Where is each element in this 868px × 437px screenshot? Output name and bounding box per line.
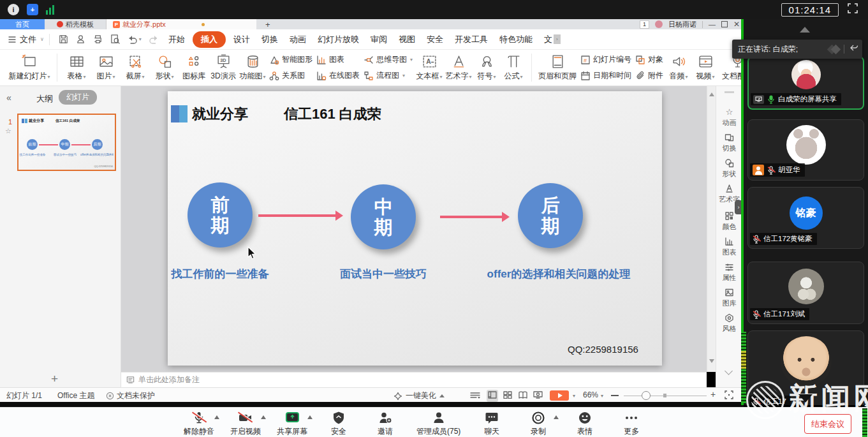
- menu-tab-review[interactable]: 审阅: [365, 31, 393, 48]
- security-button[interactable]: 安全: [323, 408, 354, 437]
- date-time-button[interactable]: 日期和时间: [580, 68, 631, 84]
- undo-icon[interactable]: ▾: [127, 34, 142, 45]
- zoom-level[interactable]: 66%: [583, 390, 598, 399]
- rail-transition[interactable]: 切换: [716, 133, 742, 153]
- menu-tab-design[interactable]: 设计: [228, 31, 256, 48]
- scroll-down-icon[interactable]: [709, 359, 714, 363]
- fit-screen-icon[interactable]: [725, 390, 733, 401]
- save-icon[interactable]: [58, 34, 69, 45]
- more-button[interactable]: 更多: [616, 408, 647, 437]
- menu-overflow-chevron[interactable]: ›: [554, 34, 561, 44]
- rail-handle[interactable]: [725, 91, 734, 93]
- tab-document[interactable]: P 就业分享.pptx: [107, 19, 256, 29]
- view-normal-button[interactable]: [487, 390, 498, 402]
- zoom-in-button[interactable]: +: [710, 389, 716, 399]
- participant-tile[interactable]: 铭豪 信工172黄铭豪: [747, 187, 864, 249]
- menu-tab-truncated[interactable]: 文: [538, 31, 554, 48]
- icon-library-button[interactable]: 图标库: [179, 52, 209, 83]
- add-slide-button[interactable]: +: [51, 372, 58, 386]
- user-avatar[interactable]: [655, 20, 663, 28]
- expand-arrow[interactable]: [554, 415, 559, 419]
- participant-tile[interactable]: 胡亚华: [747, 119, 864, 181]
- play-button[interactable]: [550, 390, 569, 401]
- minimize-button[interactable]: —: [709, 20, 716, 28]
- relation-chart-button[interactable]: 关系图: [269, 68, 313, 84]
- start-video-button[interactable]: 开启视频: [230, 408, 261, 437]
- video-button[interactable]: 视频▾: [692, 52, 719, 83]
- collapse-panel-icon[interactable]: «: [6, 93, 11, 103]
- object-button[interactable]: 对象: [635, 52, 663, 68]
- manage-members-button[interactable]: 管理成员(75): [416, 408, 460, 437]
- flow-chart-button[interactable]: 流程图▾: [364, 68, 413, 84]
- record-button[interactable]: 录制: [523, 408, 554, 437]
- invite-button[interactable]: 邀请: [370, 408, 401, 437]
- end-meeting-button[interactable]: 结束会议: [804, 414, 851, 434]
- print-preview-icon[interactable]: [110, 34, 121, 45]
- menu-tab-home[interactable]: 开始: [163, 31, 191, 48]
- rail-animation[interactable]: ☆动画: [716, 107, 742, 128]
- info-icon[interactable]: i: [8, 4, 19, 15]
- online-chart-button[interactable]: 在线图表: [316, 68, 360, 84]
- expand-arrow[interactable]: [307, 415, 313, 419]
- chat-button[interactable]: 聊天: [476, 408, 507, 437]
- table-button[interactable]: 表格▾: [62, 52, 91, 83]
- user-name[interactable]: 日杨雨诺: [668, 20, 696, 29]
- notes-bar[interactable]: 单击此处添加备注: [121, 372, 707, 387]
- outline-tab[interactable]: 大纲: [36, 93, 53, 105]
- notes-placeholder[interactable]: 单击此处添加备注: [138, 374, 200, 385]
- close-button[interactable]: ✕: [733, 20, 740, 29]
- rail-collapse-icon[interactable]: [725, 367, 733, 375]
- menu-tab-security[interactable]: 安全: [421, 31, 449, 48]
- menu-tab-view[interactable]: 视图: [393, 31, 421, 48]
- slide[interactable]: 就业分享 信工161 白成荣 前期 中期 后期 找工作前的一些准备 面试当中一些…: [168, 91, 662, 366]
- function-chart-button[interactable]: 功能图▾: [238, 52, 267, 83]
- menu-tab-features[interactable]: 特色功能: [494, 31, 538, 48]
- menu-tab-devtools[interactable]: 开发工具: [449, 31, 494, 48]
- word-art-button[interactable]: 艺术字▾: [444, 52, 473, 83]
- print-icon[interactable]: [92, 34, 103, 45]
- header-footer-button[interactable]: 页眉和页脚: [536, 52, 578, 83]
- audio-button[interactable]: 音频▾: [665, 52, 692, 83]
- chart-icon[interactable]: [46, 5, 54, 15]
- zoom-out-button[interactable]: [611, 395, 619, 396]
- play-dropdown[interactable]: ▾: [573, 393, 575, 399]
- tab-docer[interactable]: 稻壳模板: [45, 19, 107, 29]
- menu-tab-animation[interactable]: 动画: [284, 31, 312, 48]
- screenshot-button[interactable]: 截屏▾: [121, 52, 150, 83]
- shield-icon[interactable]: +: [27, 4, 38, 15]
- rail-style[interactable]: 风格: [716, 313, 742, 334]
- file-menu[interactable]: 文件∨: [8, 34, 44, 45]
- unmute-button[interactable]: 解除静音: [184, 408, 214, 437]
- symbol-button[interactable]: 符号▾: [473, 52, 500, 83]
- export-pdf-icon[interactable]: [75, 34, 86, 45]
- rail-properties[interactable]: 属性: [716, 262, 742, 283]
- participant-tile-sharing[interactable]: 白成荣的屏幕共享: [747, 56, 864, 110]
- slide-thumbnail[interactable]: 就业分享 信工161 白成荣 前期 中期 后期 找工作前的一些准备 面试当中一些…: [17, 114, 116, 171]
- shapes-button[interactable]: 形状▾: [150, 52, 179, 83]
- menu-tab-transition[interactable]: 切换: [256, 31, 284, 48]
- new-tab-button[interactable]: +: [265, 20, 270, 29]
- notes-toggle-icon[interactable]: [470, 392, 480, 401]
- zoom-knob[interactable]: [642, 391, 651, 400]
- slide-scrollbar[interactable]: [707, 86, 716, 372]
- sidebar-scroll-down-icon[interactable]: [798, 394, 813, 403]
- new-slide-button[interactable]: 新建幻灯片▾: [6, 52, 52, 83]
- slides-tab[interactable]: 幻灯片: [59, 90, 97, 105]
- menu-tab-slideshow[interactable]: 幻灯片放映: [312, 31, 365, 48]
- view-slideshow-button[interactable]: [533, 391, 543, 401]
- view-reading-button[interactable]: [519, 391, 527, 401]
- chart-button[interactable]: 图表: [316, 52, 360, 68]
- rail-gallery[interactable]: 图库: [716, 288, 742, 308]
- expand-arrow[interactable]: [261, 415, 266, 419]
- restore-button[interactable]: [721, 21, 728, 27]
- formula-button[interactable]: 公式▾: [500, 52, 527, 83]
- rail-chart[interactable]: 图表: [716, 237, 742, 257]
- smart-graphic-button[interactable]: 智能图形: [269, 52, 313, 68]
- view-sorter-button[interactable]: [503, 391, 512, 401]
- scroll-up-icon[interactable]: [709, 93, 714, 96]
- beautify-button[interactable]: 一键美化: [394, 390, 445, 401]
- sidebar-scroll-up-icon[interactable]: [800, 27, 810, 33]
- mind-map-button[interactable]: 思维导图▾: [364, 52, 413, 68]
- theme-name[interactable]: Office 主题: [57, 390, 94, 401]
- attachment-button[interactable]: 附件: [635, 68, 663, 84]
